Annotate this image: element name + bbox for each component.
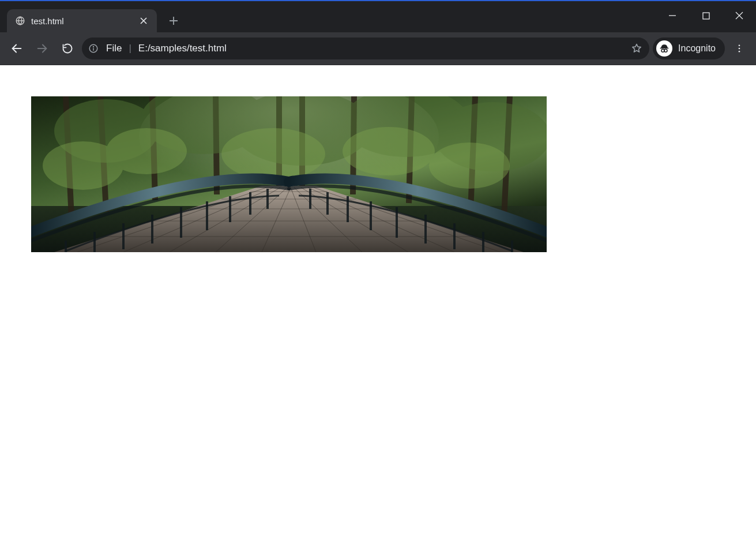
- incognito-label: Incognito: [678, 43, 716, 54]
- incognito-icon: [656, 40, 672, 57]
- forward-button[interactable]: [31, 38, 53, 59]
- kebab-menu-button[interactable]: [728, 38, 750, 59]
- svg-rect-4: [660, 48, 669, 49]
- svg-point-30: [343, 127, 435, 175]
- globe-icon: [15, 16, 25, 26]
- content-image: [31, 96, 547, 252]
- window-controls: [656, 5, 756, 32]
- close-icon[interactable]: [138, 16, 149, 26]
- svg-point-9: [739, 51, 740, 53]
- omnibox-scheme: File: [106, 43, 122, 54]
- info-icon[interactable]: [86, 42, 100, 55]
- toolbar: File | E:/samples/test.html Incognito: [0, 32, 756, 65]
- new-tab-button[interactable]: [164, 11, 183, 31]
- svg-point-8: [739, 48, 740, 50]
- maximize-button[interactable]: [689, 5, 723, 27]
- tabstrip-row: test.html: [0, 5, 756, 32]
- window-close-button[interactable]: [723, 5, 756, 27]
- page-body: [0, 65, 756, 252]
- svg-point-6: [664, 49, 667, 52]
- svg-point-7: [739, 44, 740, 46]
- page-viewport: [0, 65, 756, 547]
- svg-rect-1: [703, 13, 709, 19]
- omnibox-separator: |: [127, 43, 132, 54]
- tabstrip: test.html: [0, 5, 183, 32]
- reload-button[interactable]: [57, 38, 78, 59]
- svg-point-3: [93, 47, 94, 47]
- browser-window: test.html: [0, 0, 756, 547]
- omnibox[interactable]: File | E:/samples/test.html: [82, 38, 649, 59]
- incognito-indicator[interactable]: Incognito: [653, 38, 725, 59]
- omnibox-path: E:/samples/test.html: [138, 43, 623, 54]
- svg-point-31: [429, 143, 510, 189]
- bookmark-button[interactable]: [629, 40, 645, 57]
- back-button[interactable]: [6, 38, 28, 59]
- tab-title: test.html: [31, 16, 133, 26]
- tab-active[interactable]: test.html: [7, 9, 157, 32]
- minimize-button[interactable]: [656, 5, 689, 27]
- svg-point-29: [221, 128, 325, 180]
- svg-point-32: [43, 141, 123, 190]
